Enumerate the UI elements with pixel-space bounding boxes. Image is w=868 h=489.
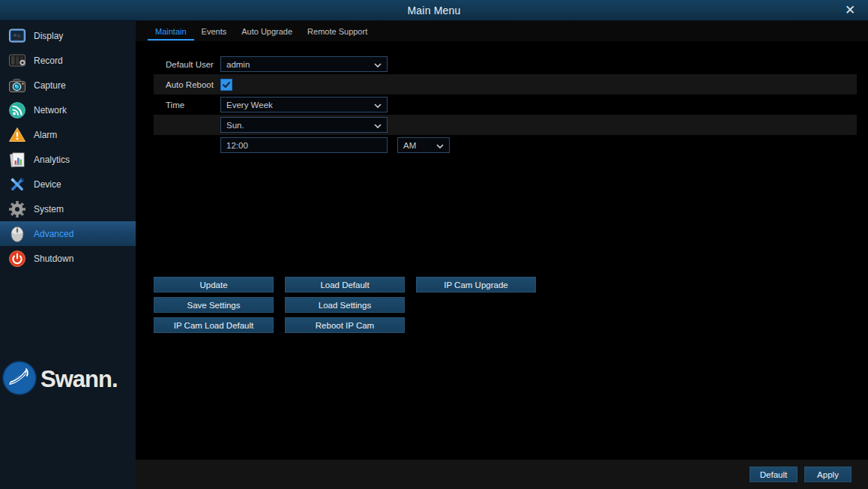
device-icon	[7, 175, 27, 194]
button-label: Load Default	[320, 280, 369, 290]
meridiem-select[interactable]: AM	[397, 137, 450, 153]
save-settings-button[interactable]: Save Settings	[154, 297, 274, 313]
tab-events[interactable]: Events	[194, 21, 235, 41]
time-day-select[interactable]: Sun.	[220, 117, 388, 133]
tab-remote-support[interactable]: Remote Support	[300, 21, 375, 41]
main-menu-window: Main Menu ✕ Display	[0, 0, 868, 489]
reboot-ip-cam-button[interactable]: Reboot IP Cam	[285, 317, 405, 333]
shutdown-icon	[7, 249, 27, 268]
default-user-select[interactable]: admin	[220, 56, 388, 72]
sidebar-item-display[interactable]: Display	[0, 23, 136, 48]
sidebar-item-label: Network	[34, 105, 67, 116]
apply-button[interactable]: Apply	[804, 466, 852, 482]
alarm-icon	[7, 125, 27, 145]
update-button[interactable]: Update	[154, 277, 274, 292]
tab-label: Auto Upgrade	[241, 27, 292, 36]
swann-logo: Swann.	[1, 360, 118, 399]
button-label: Save Settings	[187, 301, 241, 310]
auto-reboot-label: Auto Reboot	[166, 80, 220, 89]
sidebar-item-capture[interactable]: Capture	[0, 73, 136, 98]
sidebar-item-label: Record	[34, 56, 63, 66]
button-label: IP Cam Load Default	[174, 321, 254, 330]
tab-auto-upgrade[interactable]: Auto Upgrade	[234, 21, 300, 41]
sidebar-item-advanced[interactable]: Advanced	[0, 221, 136, 246]
footer-bar: Default Apply	[136, 460, 868, 489]
sidebar-item-label: Capture	[34, 80, 66, 91]
time-frequency-row: Time Every Week	[136, 94, 868, 115]
time-input-value: 12:00	[226, 141, 248, 150]
window-title: Main Menu	[407, 4, 460, 16]
system-icon	[7, 200, 27, 219]
ip-cam-load-default-button[interactable]: IP Cam Load Default	[154, 317, 274, 333]
sidebar-item-label: Device	[34, 179, 61, 190]
sidebar-item-alarm[interactable]: Alarm	[0, 122, 136, 147]
sidebar-item-device[interactable]: Device	[0, 172, 136, 196]
sidebar-item-label: System	[34, 204, 64, 214]
record-icon	[7, 51, 27, 70]
time-day-value: Sun.	[226, 121, 244, 130]
sidebar-item-network[interactable]: Network	[0, 98, 136, 122]
load-default-button[interactable]: Load Default	[285, 277, 405, 292]
sidebar-item-shutdown[interactable]: Shutdown	[0, 246, 136, 271]
maintain-form: Default User admin Auto Reboot	[136, 54, 868, 155]
check-icon	[222, 80, 231, 89]
sidebar-item-label: Display	[34, 31, 63, 41]
tab-maintain[interactable]: Maintain	[148, 21, 194, 41]
load-settings-button[interactable]: Load Settings	[285, 297, 405, 313]
chevron-down-icon	[374, 60, 382, 69]
chevron-down-icon	[374, 100, 382, 110]
meridiem-value: AM	[403, 141, 416, 150]
swann-logo-icon	[1, 360, 37, 399]
auto-reboot-checkbox[interactable]	[220, 79, 232, 91]
time-input[interactable]: 12:00	[220, 137, 388, 153]
sidebar-item-label: Advanced	[34, 229, 73, 239]
time-label: Time	[166, 100, 220, 110]
time-frequency-select[interactable]: Every Week	[220, 97, 388, 112]
display-icon	[7, 26, 27, 46]
titlebar: Main Menu ✕	[0, 0, 868, 21]
analytics-icon	[7, 150, 27, 170]
sidebar-item-system[interactable]: System	[0, 196, 136, 221]
tab-label: Maintain	[155, 27, 187, 36]
sidebar-item-analytics[interactable]: Analytics	[0, 147, 136, 172]
default-user-label: Default User	[166, 60, 220, 69]
swann-logo-text: Swann.	[40, 366, 118, 393]
time-day-row: Sun.	[136, 115, 868, 135]
default-user-row: Default User admin	[136, 54, 868, 74]
advanced-icon	[7, 224, 27, 244]
button-label: Update	[199, 280, 227, 290]
auto-reboot-row: Auto Reboot	[136, 74, 868, 94]
chevron-down-icon	[374, 121, 382, 130]
main-panel: Maintain Events Auto Upgrade Remote Supp…	[136, 21, 868, 489]
time-frequency-value: Every Week	[226, 100, 273, 110]
capture-icon	[7, 76, 27, 95]
sidebar-item-label: Analytics	[34, 154, 70, 165]
close-icon[interactable]: ✕	[841, 2, 859, 20]
button-label: IP Cam Upgrade	[444, 280, 507, 290]
time-value-row: 12:00 AM	[136, 135, 868, 155]
tab-label: Remote Support	[307, 27, 367, 36]
sidebar-item-record[interactable]: Record	[0, 48, 136, 73]
button-label: Apply	[817, 470, 839, 479]
network-icon	[7, 100, 27, 120]
sidebar-item-label: Alarm	[34, 130, 57, 140]
chevron-down-icon	[436, 141, 444, 150]
tab-bar: Maintain Events Auto Upgrade Remote Supp…	[136, 21, 868, 41]
sidebar: Display	[0, 21, 136, 489]
tab-label: Events	[202, 27, 227, 36]
sidebar-item-label: Shutdown	[34, 254, 73, 264]
button-label: Load Settings	[319, 301, 371, 310]
default-user-value: admin	[226, 60, 250, 69]
button-label: Default	[760, 470, 787, 479]
ip-cam-upgrade-button[interactable]: IP Cam Upgrade	[416, 277, 536, 292]
button-label: Reboot IP Cam	[316, 321, 374, 330]
default-button[interactable]: Default	[750, 466, 798, 482]
maintenance-actions: Update Load Default IP Cam Upgrade Save …	[154, 277, 536, 333]
